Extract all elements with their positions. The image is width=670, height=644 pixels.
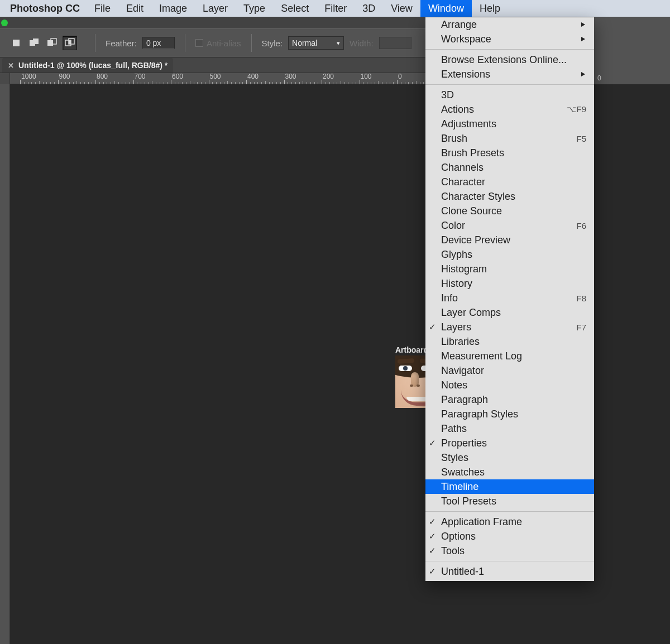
menu-item-channels[interactable]: Channels: [425, 160, 594, 175]
menu-item-label: Paragraph Styles: [441, 408, 518, 420]
ruler-tick-label: 300: [284, 73, 296, 80]
menu-item-actions[interactable]: Actions⌥F9: [425, 102, 594, 117]
menu-item-label: Actions: [441, 104, 474, 116]
menu-item-tool-presets[interactable]: Tool Presets: [425, 494, 594, 508]
menu-item-color[interactable]: ColorF6: [425, 218, 594, 233]
width-label: Width:: [350, 39, 374, 48]
menu-item-measurement-log[interactable]: Measurement Log: [425, 349, 594, 363]
menu-item-swatches[interactable]: Swatches: [425, 465, 594, 479]
document-tab[interactable]: ✕ Untitled-1 @ 100% (lucas_full, RGB/8#)…: [2, 58, 173, 73]
artboard-label[interactable]: Artboard: [395, 345, 428, 354]
menu-item-paragraph[interactable]: Paragraph: [425, 392, 594, 407]
menubar-app-name[interactable]: Photoshop CC: [3, 0, 87, 17]
menu-item-options[interactable]: ✓Options: [425, 529, 594, 544]
selection-mode-group: [9, 36, 77, 50]
options-bar-overflow: 0: [594, 17, 670, 86]
check-icon: ✓: [429, 438, 436, 448]
menubar: Photoshop CC FileEditImageLayerTypeSelec…: [0, 0, 670, 17]
options-separator: [251, 34, 252, 52]
menu-item-label: Extensions: [441, 69, 490, 80]
menu-item-extensions[interactable]: Extensions: [425, 67, 594, 81]
menubar-item-help[interactable]: Help: [472, 0, 508, 17]
menu-item-label: Application Frame: [441, 516, 522, 528]
menu-item-clone-source[interactable]: Clone Source: [425, 204, 594, 218]
menubar-item-3d[interactable]: 3D: [355, 0, 383, 17]
menu-item-libraries[interactable]: Libraries: [425, 334, 594, 349]
selection-new-icon[interactable]: [9, 36, 23, 50]
check-icon: ✓: [429, 566, 436, 576]
menu-item-device-preview[interactable]: Device Preview: [425, 233, 594, 247]
menu-item-label: History: [441, 278, 472, 290]
menu-item-application-frame[interactable]: ✓Application Frame: [425, 515, 594, 529]
menu-item-label: 3D: [441, 89, 454, 101]
menu-item-history[interactable]: History: [425, 276, 594, 291]
menu-item-arrange[interactable]: Arrange: [425, 17, 594, 32]
menu-item-navigator[interactable]: Navigator: [425, 363, 594, 378]
menu-item-histogram[interactable]: Histogram: [425, 262, 594, 276]
check-icon: ✓: [429, 546, 436, 556]
document-tab-title: Untitled-1 @ 100% (lucas_full, RGB/8#) *: [18, 61, 168, 70]
menu-item-character[interactable]: Character: [425, 175, 594, 189]
close-icon[interactable]: ✕: [8, 61, 14, 70]
menu-item-brush-presets[interactable]: Brush Presets: [425, 146, 594, 160]
menu-item-character-styles[interactable]: Character Styles: [425, 189, 594, 204]
feather-input[interactable]: [142, 37, 175, 49]
menu-item-glyphs[interactable]: Glyphs: [425, 247, 594, 262]
ruler-tick: 300: [284, 73, 296, 84]
menubar-item-filter[interactable]: Filter: [317, 0, 355, 17]
menu-item-label: Clone Source: [441, 205, 502, 217]
menu-item-styles[interactable]: Styles: [425, 450, 594, 465]
menu-item-label: Arrange: [441, 19, 477, 31]
menu-item-label: Libraries: [441, 336, 480, 348]
menu-item-workspace[interactable]: Workspace: [425, 32, 594, 46]
menu-item-label: Paths: [441, 423, 467, 435]
menu-item-label: Options: [441, 531, 476, 542]
menu-item-paragraph-styles[interactable]: Paragraph Styles: [425, 407, 594, 421]
ruler-tick: 600: [171, 73, 183, 84]
menu-item-browse-extensions-online[interactable]: Browse Extensions Online...: [425, 52, 594, 67]
selection-subtract-icon[interactable]: [45, 36, 59, 50]
menu-item-untitled-1[interactable]: ✓Untitled-1: [425, 564, 594, 579]
menu-item-adjustments[interactable]: Adjustments: [425, 117, 594, 131]
menu-item-tools[interactable]: ✓Tools: [425, 544, 594, 558]
menu-item-label: Character Styles: [441, 191, 515, 203]
selection-add-icon[interactable]: [27, 36, 41, 50]
style-select[interactable]: Normal ▾: [288, 36, 344, 50]
menu-item-properties[interactable]: ✓Properties: [425, 436, 594, 450]
menu-item-notes[interactable]: Notes: [425, 378, 594, 392]
submenu-arrow-icon: [581, 36, 586, 42]
menu-item-info[interactable]: InfoF8: [425, 291, 594, 305]
menu-item-label: Navigator: [441, 365, 484, 377]
menu-separator: [425, 49, 594, 50]
menubar-item-type[interactable]: Type: [236, 0, 273, 17]
ruler-tick: 500: [209, 73, 221, 84]
menubar-item-layer[interactable]: Layer: [195, 0, 236, 17]
menu-item-timeline[interactable]: Timeline: [425, 479, 594, 494]
menubar-item-edit[interactable]: Edit: [118, 0, 151, 17]
menu-item-label: Tool Presets: [441, 496, 496, 507]
menubar-item-file[interactable]: File: [87, 0, 118, 17]
options-separator: [185, 34, 185, 52]
menu-item-paths[interactable]: Paths: [425, 421, 594, 436]
menu-item-shortcut: F8: [576, 294, 586, 303]
ruler-tick-label: 900: [58, 73, 70, 80]
menu-item-layer-comps[interactable]: Layer Comps: [425, 305, 594, 320]
menubar-item-select[interactable]: Select: [273, 0, 317, 17]
menu-item-layers[interactable]: ✓LayersF7: [425, 320, 594, 334]
menubar-item-window[interactable]: Window: [420, 0, 472, 17]
ruler-tick-label: 1000: [20, 73, 36, 80]
menu-item-brush[interactable]: BrushF5: [425, 131, 594, 146]
ruler-tick-label: 200: [322, 73, 334, 80]
selection-intersect-icon[interactable]: [63, 36, 77, 50]
checkbox-box-icon: [195, 39, 203, 47]
ruler-tick-label: 0: [597, 74, 601, 82]
menu-item-3d[interactable]: 3D: [425, 88, 594, 102]
svg-rect-7: [69, 40, 71, 44]
menubar-item-view[interactable]: View: [383, 0, 420, 17]
menu-item-label: Channels: [441, 162, 484, 174]
menu-item-label: Browse Extensions Online...: [441, 54, 567, 66]
ruler-tick-label: 700: [133, 73, 146, 80]
menu-item-label: Device Preview: [441, 234, 510, 246]
menubar-item-image[interactable]: Image: [151, 0, 195, 17]
traffic-light-green[interactable]: [1, 20, 8, 26]
